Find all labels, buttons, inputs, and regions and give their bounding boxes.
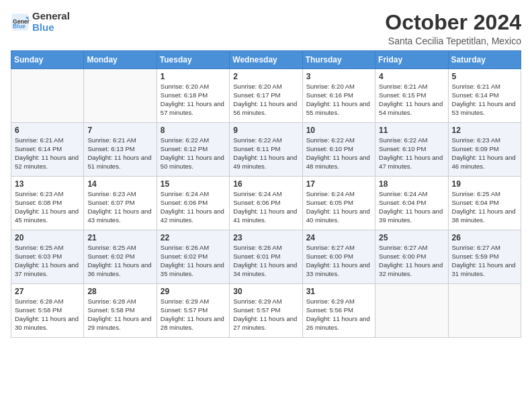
calendar-cell: 3Sunrise: 6:20 AMSunset: 6:16 PMDaylight… xyxy=(302,69,375,123)
day-info: Sunrise: 6:22 AMSunset: 6:10 PMDaylight:… xyxy=(306,136,371,171)
day-info: Sunrise: 6:22 AMSunset: 6:10 PMDaylight:… xyxy=(379,136,444,171)
day-number: 14 xyxy=(87,179,152,189)
day-info: Sunrise: 6:27 AMSunset: 5:59 PMDaylight:… xyxy=(452,244,517,278)
calendar-cell: 25Sunrise: 6:27 AMSunset: 6:00 PMDayligh… xyxy=(375,230,448,284)
weekday-header-tuesday: Tuesday xyxy=(157,51,229,69)
calendar-cell: 15Sunrise: 6:24 AMSunset: 6:06 PMDayligh… xyxy=(157,177,229,230)
calendar-cell: 13Sunrise: 6:23 AMSunset: 6:08 PMDayligh… xyxy=(11,177,84,230)
day-number: 18 xyxy=(379,179,444,189)
svg-text:Blue: Blue xyxy=(13,23,26,30)
title-block: October 2024 Santa Cecilia Tepetitlan, M… xyxy=(385,11,521,46)
day-info: Sunrise: 6:23 AMSunset: 6:08 PMDaylight:… xyxy=(15,190,80,224)
calendar-cell xyxy=(11,69,84,123)
calendar-cell: 24Sunrise: 6:27 AMSunset: 6:00 PMDayligh… xyxy=(302,230,375,284)
day-number: 2 xyxy=(233,72,298,81)
weekday-header-sunday: Sunday xyxy=(11,51,84,69)
day-info: Sunrise: 6:28 AMSunset: 5:58 PMDaylight:… xyxy=(15,298,80,332)
calendar-cell: 21Sunrise: 6:25 AMSunset: 6:02 PMDayligh… xyxy=(84,230,157,284)
day-number: 20 xyxy=(15,233,80,242)
calendar-cell: 12Sunrise: 6:23 AMSunset: 6:09 PMDayligh… xyxy=(448,123,521,177)
day-number: 11 xyxy=(379,126,444,135)
calendar-cell: 10Sunrise: 6:22 AMSunset: 6:10 PMDayligh… xyxy=(302,123,375,177)
calendar-cell: 2Sunrise: 6:20 AMSunset: 6:17 PMDaylight… xyxy=(230,69,302,123)
calendar-cell: 11Sunrise: 6:22 AMSunset: 6:10 PMDayligh… xyxy=(375,123,448,177)
weekday-header-monday: Monday xyxy=(84,51,157,69)
calendar-cell: 16Sunrise: 6:24 AMSunset: 6:06 PMDayligh… xyxy=(230,177,302,230)
day-info: Sunrise: 6:27 AMSunset: 6:00 PMDaylight:… xyxy=(306,244,371,278)
weekday-header-friday: Friday xyxy=(375,51,448,69)
day-number: 27 xyxy=(15,287,80,296)
day-info: Sunrise: 6:27 AMSunset: 6:00 PMDaylight:… xyxy=(379,244,444,278)
day-info: Sunrise: 6:20 AMSunset: 6:18 PMDaylight:… xyxy=(161,83,226,117)
day-number: 4 xyxy=(379,72,444,81)
day-info: Sunrise: 6:22 AMSunset: 6:12 PMDaylight:… xyxy=(161,136,226,171)
page-container: General Blue General Blue October 2024 S… xyxy=(0,0,532,345)
calendar-cell: 8Sunrise: 6:22 AMSunset: 6:12 PMDaylight… xyxy=(157,123,229,177)
day-info: Sunrise: 6:20 AMSunset: 6:16 PMDaylight:… xyxy=(306,83,371,117)
calendar-cell xyxy=(375,284,448,338)
calendar-cell: 31Sunrise: 6:29 AMSunset: 5:56 PMDayligh… xyxy=(302,284,375,338)
day-info: Sunrise: 6:29 AMSunset: 5:56 PMDaylight:… xyxy=(306,298,371,332)
day-number: 10 xyxy=(306,126,371,135)
day-number: 1 xyxy=(161,72,226,81)
calendar-cell: 5Sunrise: 6:21 AMSunset: 6:14 PMDaylight… xyxy=(448,69,521,123)
calendar-week-4: 20Sunrise: 6:25 AMSunset: 6:03 PMDayligh… xyxy=(11,230,521,284)
calendar-week-3: 13Sunrise: 6:23 AMSunset: 6:08 PMDayligh… xyxy=(11,177,521,230)
day-number: 24 xyxy=(306,233,371,242)
weekday-header-row: SundayMondayTuesdayWednesdayThursdayFrid… xyxy=(11,51,521,69)
day-number: 12 xyxy=(452,126,517,135)
day-number: 23 xyxy=(233,233,298,242)
calendar-cell: 19Sunrise: 6:25 AMSunset: 6:04 PMDayligh… xyxy=(448,177,521,230)
day-info: Sunrise: 6:21 AMSunset: 6:15 PMDaylight:… xyxy=(379,83,444,117)
day-number: 31 xyxy=(306,287,371,296)
day-number: 29 xyxy=(161,287,226,296)
day-info: Sunrise: 6:24 AMSunset: 6:06 PMDaylight:… xyxy=(233,190,298,224)
day-number: 15 xyxy=(161,179,226,189)
day-number: 22 xyxy=(161,233,226,242)
day-info: Sunrise: 6:23 AMSunset: 6:07 PMDaylight:… xyxy=(87,190,152,224)
day-info: Sunrise: 6:20 AMSunset: 6:17 PMDaylight:… xyxy=(233,83,298,117)
weekday-header-wednesday: Wednesday xyxy=(230,51,302,69)
calendar-week-2: 6Sunrise: 6:21 AMSunset: 6:14 PMDaylight… xyxy=(11,123,521,177)
calendar-cell: 22Sunrise: 6:26 AMSunset: 6:02 PMDayligh… xyxy=(157,230,229,284)
day-info: Sunrise: 6:29 AMSunset: 5:57 PMDaylight:… xyxy=(161,298,226,332)
day-info: Sunrise: 6:28 AMSunset: 5:58 PMDaylight:… xyxy=(87,298,152,332)
weekday-header-thursday: Thursday xyxy=(302,51,375,69)
day-number: 6 xyxy=(15,126,80,135)
day-info: Sunrise: 6:21 AMSunset: 6:13 PMDaylight:… xyxy=(87,136,152,171)
header-row: General Blue General Blue October 2024 S… xyxy=(11,11,521,46)
month-title: October 2024 xyxy=(385,11,521,34)
calendar-cell: 7Sunrise: 6:21 AMSunset: 6:13 PMDaylight… xyxy=(84,123,157,177)
day-info: Sunrise: 6:25 AMSunset: 6:03 PMDaylight:… xyxy=(15,244,80,278)
day-number: 21 xyxy=(87,233,152,242)
day-info: Sunrise: 6:25 AMSunset: 6:04 PMDaylight:… xyxy=(452,190,517,224)
calendar-cell: 27Sunrise: 6:28 AMSunset: 5:58 PMDayligh… xyxy=(11,284,84,338)
calendar-cell: 4Sunrise: 6:21 AMSunset: 6:15 PMDaylight… xyxy=(375,69,448,123)
day-info: Sunrise: 6:21 AMSunset: 6:14 PMDaylight:… xyxy=(15,136,80,171)
day-number: 17 xyxy=(306,179,371,189)
day-number: 16 xyxy=(233,179,298,189)
calendar-cell: 26Sunrise: 6:27 AMSunset: 5:59 PMDayligh… xyxy=(448,230,521,284)
calendar-cell: 28Sunrise: 6:28 AMSunset: 5:58 PMDayligh… xyxy=(84,284,157,338)
weekday-header-saturday: Saturday xyxy=(448,51,521,69)
calendar-week-5: 27Sunrise: 6:28 AMSunset: 5:58 PMDayligh… xyxy=(11,284,521,338)
calendar-cell: 20Sunrise: 6:25 AMSunset: 6:03 PMDayligh… xyxy=(11,230,84,284)
calendar-cell: 6Sunrise: 6:21 AMSunset: 6:14 PMDaylight… xyxy=(11,123,84,177)
calendar-cell xyxy=(84,69,157,123)
day-number: 26 xyxy=(452,233,517,242)
calendar-cell: 30Sunrise: 6:29 AMSunset: 5:57 PMDayligh… xyxy=(230,284,302,338)
day-number: 30 xyxy=(233,287,298,296)
logo: General Blue General Blue xyxy=(11,11,70,33)
day-info: Sunrise: 6:29 AMSunset: 5:57 PMDaylight:… xyxy=(233,298,298,332)
day-number: 13 xyxy=(15,179,80,189)
calendar-cell xyxy=(448,284,521,338)
calendar-cell: 17Sunrise: 6:24 AMSunset: 6:05 PMDayligh… xyxy=(302,177,375,230)
logo-icon: General Blue xyxy=(11,13,30,32)
day-number: 9 xyxy=(233,126,298,135)
day-info: Sunrise: 6:26 AMSunset: 6:01 PMDaylight:… xyxy=(233,244,298,278)
day-number: 19 xyxy=(452,179,517,189)
day-info: Sunrise: 6:24 AMSunset: 6:05 PMDaylight:… xyxy=(306,190,371,224)
calendar-week-1: 1Sunrise: 6:20 AMSunset: 6:18 PMDaylight… xyxy=(11,69,521,123)
day-info: Sunrise: 6:22 AMSunset: 6:11 PMDaylight:… xyxy=(233,136,298,171)
day-number: 5 xyxy=(452,72,517,81)
